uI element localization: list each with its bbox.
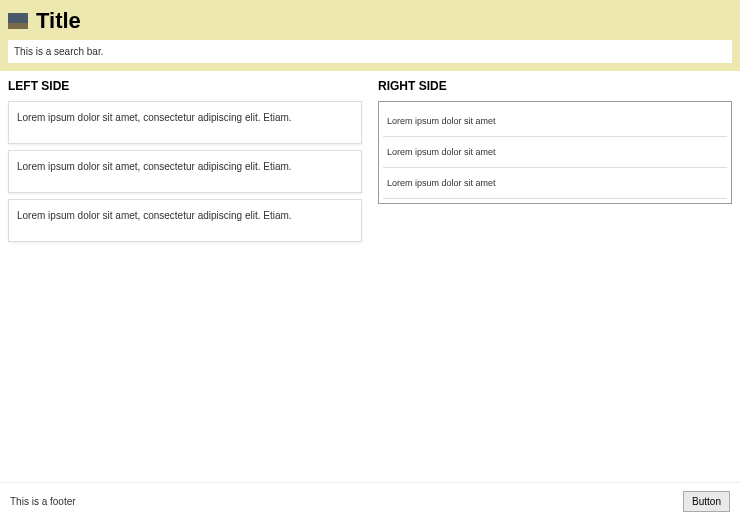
right-panel: Lorem ipsum dolor sit amet Lorem ipsum d… xyxy=(378,101,732,204)
footer-button[interactable]: Button xyxy=(683,491,730,512)
left-card[interactable]: Lorem ipsum dolor sit amet, consectetur … xyxy=(8,199,362,242)
list-item[interactable]: Lorem ipsum dolor sit amet xyxy=(383,106,727,137)
logo-icon xyxy=(8,13,28,29)
left-card[interactable]: Lorem ipsum dolor sit amet, consectetur … xyxy=(8,150,362,193)
left-column: LEFT SIDE Lorem ipsum dolor sit amet, co… xyxy=(8,79,362,482)
footer-text: This is a footer xyxy=(10,496,76,507)
right-column: RIGHT SIDE Lorem ipsum dolor sit amet Lo… xyxy=(378,79,732,482)
content: LEFT SIDE Lorem ipsum dolor sit amet, co… xyxy=(0,71,740,482)
search-input[interactable] xyxy=(8,40,732,63)
list-item[interactable]: Lorem ipsum dolor sit amet xyxy=(383,137,727,168)
right-heading: RIGHT SIDE xyxy=(378,79,732,93)
header: Title xyxy=(0,0,740,71)
page-title: Title xyxy=(36,8,81,34)
footer: This is a footer Button xyxy=(0,482,740,522)
list-item[interactable]: Lorem ipsum dolor sit amet xyxy=(383,168,727,199)
left-heading: LEFT SIDE xyxy=(8,79,362,93)
left-card[interactable]: Lorem ipsum dolor sit amet, consectetur … xyxy=(8,101,362,144)
title-row: Title xyxy=(8,8,732,34)
